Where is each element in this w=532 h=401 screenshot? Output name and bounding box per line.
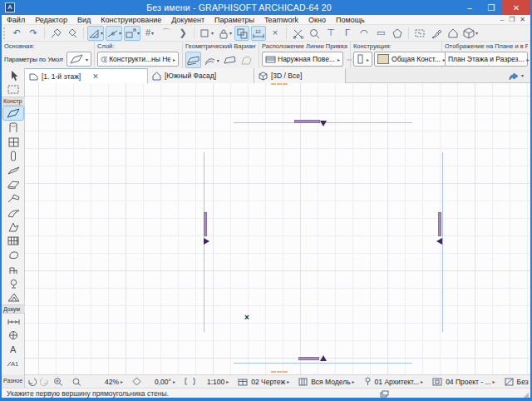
dropdown-icon[interactable]: ▸ — [493, 379, 495, 384]
menu-design[interactable]: Конструирование — [96, 15, 166, 25]
mdi-restore-button[interactable]: ❐ — [509, 16, 515, 23]
menu-help[interactable]: Помощь — [331, 15, 370, 25]
toolbox-group-misc[interactable]: Разное — [2, 374, 25, 388]
menu-file[interactable]: Файл — [2, 15, 30, 25]
tab-close-icon[interactable]: ✕ — [92, 72, 99, 81]
suspend-groups-button[interactable] — [234, 26, 249, 41]
dimension-tool[interactable] — [2, 314, 25, 328]
marquee-tool[interactable] — [2, 82, 25, 97]
close-button[interactable]: ✕ — [502, 0, 530, 15]
dropdown-icon[interactable]: ▸ — [352, 379, 355, 384]
lock-button[interactable]: ▾ — [216, 26, 233, 41]
orientation-value[interactable]: 0,00° — [155, 378, 171, 386]
menu-teamwork[interactable]: Teamwork — [259, 15, 303, 25]
scale-icon[interactable] — [185, 378, 195, 385]
elevation-marker-bottom[interactable] — [298, 357, 319, 360]
override-value[interactable]: Без Замены — [517, 378, 532, 386]
trim-icon[interactable]: ⊤ — [323, 26, 338, 41]
reference-line-button[interactable]: Наружная Пове... ▸ — [262, 52, 343, 67]
polygon-ops-icon[interactable] — [390, 26, 405, 41]
dimension-units-button[interactable]: 12 — [251, 26, 266, 41]
toolbox-group-design[interactable]: Констр — [2, 97, 25, 106]
gravity-icon[interactable]: ⌒ — [159, 26, 174, 41]
morph-tool[interactable] — [2, 220, 25, 234]
curtain-wall-tool[interactable] — [2, 234, 25, 248]
partial-structure-icon[interactable] — [298, 378, 308, 386]
beam-tool[interactable] — [2, 163, 25, 177]
layer-pin-icon[interactable] — [364, 377, 372, 386]
element-snap-button[interactable]: ▾ — [198, 26, 214, 41]
popup-navigator-button[interactable]: ▾ — [507, 68, 530, 82]
split-icon[interactable] — [290, 26, 305, 41]
zoom-level-value[interactable]: 42% — [105, 378, 119, 386]
text-tool[interactable]: A — [2, 342, 25, 356]
minimize-button[interactable]: – — [459, 0, 480, 15]
zone-tool[interactable] — [2, 248, 25, 262]
pen-set-value[interactable]: 02 Чертеж — [251, 378, 285, 386]
redo-button[interactable]: ↷ — [26, 26, 41, 41]
adjust-icon[interactable]: Γ — [340, 26, 355, 41]
scale-value[interactable]: 1:100 — [207, 378, 224, 386]
override-icon[interactable] — [505, 378, 514, 386]
dropdown-icon[interactable]: ▸ — [287, 379, 289, 384]
dropdown-icon[interactable]: ▸ — [173, 379, 175, 384]
label-tool[interactable]: A1 — [2, 356, 25, 370]
menu-view[interactable]: Вид — [72, 15, 96, 25]
dropdown-icon[interactable]: ▸ — [421, 379, 423, 384]
back-button[interactable] — [27, 377, 37, 386]
level-dimension-tool[interactable] — [2, 328, 25, 342]
geometry-trapezoid-wall-button[interactable] — [222, 52, 238, 68]
brush-icon[interactable] — [429, 26, 444, 41]
elevation-marker-right[interactable] — [438, 212, 441, 236]
inject-parameters-icon[interactable] — [65, 26, 80, 41]
undo-button[interactable]: ↶ — [9, 26, 24, 41]
elevation-marker-top[interactable] — [294, 120, 320, 123]
renovation-filter-icon[interactable] — [432, 378, 442, 386]
fillet-icon[interactable]: ◠ — [357, 26, 372, 41]
column-tool[interactable] — [2, 149, 25, 163]
elevation-line-right[interactable] — [442, 152, 443, 332]
geometry-polygon-wall-button[interactable] — [239, 52, 254, 68]
floor-plan-display-button[interactable]: План Этажа и Разрез... ▸ — [445, 52, 528, 67]
show-3d-button[interactable]: ▾ — [462, 26, 479, 41]
zoom-tool-icon[interactable] — [307, 26, 322, 41]
favorites-icon[interactable] — [446, 26, 461, 41]
mdi-close-button[interactable]: ✕ — [520, 16, 525, 23]
dropdown-icon[interactable]: ▸ — [226, 379, 229, 384]
wall-default-button[interactable]: ▾ — [66, 52, 91, 67]
pickup-parameters-icon[interactable] — [48, 26, 63, 41]
geometry-curved-wall-button[interactable]: ▾ — [203, 52, 220, 68]
arrow-tool[interactable] — [2, 68, 25, 82]
menu-options[interactable]: Параметры — [209, 15, 259, 25]
pen-set-icon[interactable] — [238, 378, 248, 386]
door-tool[interactable] — [2, 121, 25, 135]
mesh-tool[interactable] — [2, 290, 25, 304]
object-tool[interactable] — [2, 262, 25, 276]
roof-tool[interactable] — [2, 191, 25, 205]
renovation-filter-value[interactable]: 04 Проект - ... — [446, 378, 490, 386]
toolbox-group-document[interactable]: Докум — [2, 304, 25, 314]
tab-south-elevation[interactable]: [Южный Фасад] — [148, 68, 254, 83]
snap-points-button[interactable]: ▾ — [124, 26, 140, 41]
editing-plane-icon[interactable]: ❯ — [175, 26, 190, 41]
shell-tool[interactable] — [2, 205, 25, 220]
fit-in-window-button[interactable] — [71, 377, 81, 386]
marquee-view-icon[interactable] — [412, 26, 427, 41]
maximize-button[interactable]: ❐ — [480, 0, 502, 15]
grid-snap-button[interactable]: #▾ — [142, 26, 157, 41]
elevation-marker-left[interactable] — [204, 212, 207, 236]
structure-type-button[interactable]: ▸ — [353, 52, 372, 67]
wall-tool[interactable] — [2, 106, 24, 121]
menu-document[interactable]: Документ — [166, 15, 209, 25]
resize-icon[interactable]: ▭ — [373, 26, 388, 41]
window-tool[interactable] — [2, 135, 25, 149]
menu-window[interactable]: Окно — [303, 15, 331, 25]
floor-plan-canvas[interactable]: × — [25, 83, 530, 374]
layer-combination-value[interactable]: 01 Архитект... — [375, 378, 420, 386]
zoom-in-button[interactable] — [53, 377, 63, 386]
guide-lines-button[interactable]: ▾ — [87, 26, 104, 41]
building-material-button[interactable]: Общая Конст... ▸ — [374, 52, 449, 67]
lamp-tool[interactable] — [2, 276, 25, 290]
slab-tool[interactable] — [2, 177, 25, 191]
elevation-line-bottom[interactable] — [234, 363, 412, 364]
